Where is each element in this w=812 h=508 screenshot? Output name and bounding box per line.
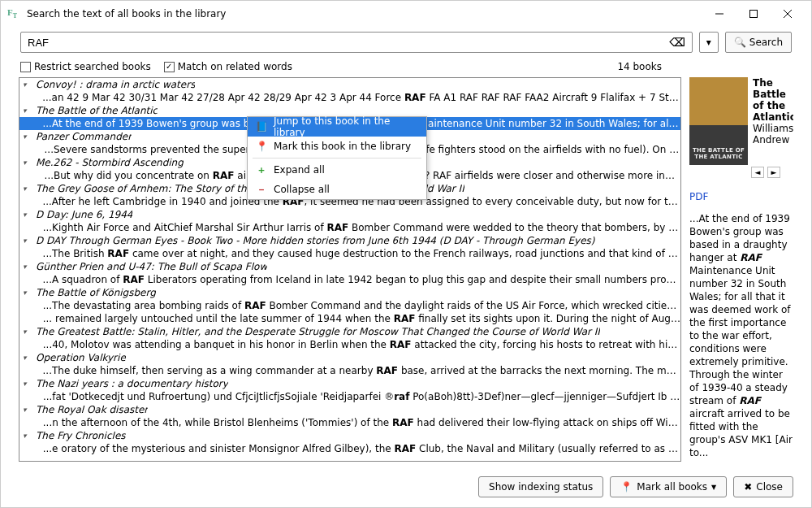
- book-node[interactable]: ▾D DAY Through German Eyes - Book Two - …: [19, 234, 680, 247]
- menu-jump-to-book[interactable]: 📘Jump to this book in the library: [248, 117, 426, 137]
- restrict-label: Restrict searched books: [34, 61, 151, 72]
- minimize-button[interactable]: [702, 2, 736, 25]
- match-label: Match on related words: [178, 61, 292, 72]
- book-node[interactable]: ▾Günther Prien and U-47: The Bull of Sca…: [19, 260, 680, 273]
- book-title: The Battle of the Atlantic: [753, 77, 793, 123]
- match-related-checkbox[interactable]: ✓ Match on related words: [164, 61, 292, 72]
- search-input[interactable]: [24, 35, 666, 50]
- close-button[interactable]: ✖Close: [733, 476, 793, 497]
- twisty-icon[interactable]: ▾: [23, 237, 32, 245]
- checkbox-box: [20, 62, 31, 72]
- pin-icon: 📍: [256, 141, 267, 152]
- titlebar: FT Search the text of all books in the l…: [1, 1, 811, 27]
- book-node[interactable]: ▾The Royal Oak disaster: [19, 403, 680, 416]
- restrict-books-checkbox[interactable]: Restrict searched books: [20, 61, 151, 72]
- twisty-icon[interactable]: ▾: [23, 354, 32, 362]
- search-hit[interactable]: ...A squadron of RAF Liberators operatin…: [19, 273, 680, 286]
- plus-icon: ＋: [256, 163, 267, 177]
- book-node[interactable]: ▾Operation Valkyrie: [19, 351, 680, 364]
- search-button[interactable]: 🔍Search: [725, 32, 792, 53]
- book-author: Williams, Andrew: [753, 123, 793, 145]
- search-hit[interactable]: ...fat 'Dotkecedjt und Rufroertung) und …: [19, 390, 680, 403]
- search-hit[interactable]: ...The British RAF came over at night, a…: [19, 247, 680, 260]
- book-node[interactable]: ▾D Day: June 6, 1944: [19, 208, 680, 221]
- prev-result-button[interactable]: ◄: [751, 167, 764, 178]
- pin-icon: 📍: [620, 481, 633, 493]
- twisty-icon[interactable]: ▾: [23, 211, 32, 219]
- twisty-icon[interactable]: ▾: [23, 328, 32, 336]
- search-icon: 🔍: [734, 37, 746, 48]
- menu-mark-book[interactable]: 📍Mark this book in the library: [248, 137, 426, 156]
- menu-expand-all[interactable]: ＋Expand all: [248, 160, 426, 180]
- menu-collapse-all[interactable]: －Collapse all: [248, 180, 426, 199]
- search-hit[interactable]: ... remained largely untouched until the…: [19, 312, 680, 325]
- twisty-icon[interactable]: ▾: [23, 80, 32, 89]
- mark-all-books-button[interactable]: 📍Mark all books▼: [610, 476, 727, 497]
- results-panel: ▾Convoy! : drama in arctic waters...an 4…: [19, 77, 681, 462]
- book-node[interactable]: ▾The Nazi years : a documentary history: [19, 377, 680, 390]
- twisty-icon[interactable]: ▾: [23, 185, 32, 193]
- twisty-icon[interactable]: ▾: [23, 380, 32, 388]
- book-node[interactable]: ▾The Greatest Battle: Stalin, Hitler, an…: [19, 325, 680, 338]
- book-node[interactable]: ▾The Fry Chronicles: [19, 429, 680, 442]
- search-input-wrapper[interactable]: ⌫: [20, 32, 693, 53]
- svg-rect-1: [750, 11, 758, 18]
- show-indexing-status-button[interactable]: Show indexing status: [478, 476, 603, 497]
- search-hit[interactable]: ...The duke himself, then serving as a w…: [19, 364, 680, 377]
- book-node[interactable]: ▾The Battle of Königsberg: [19, 286, 680, 299]
- close-icon: ✖: [744, 481, 752, 493]
- twisty-icon[interactable]: ▾: [23, 132, 32, 141]
- minus-icon: －: [256, 183, 267, 197]
- search-hit[interactable]: ...40, Molotov was attending a banquet i…: [19, 338, 680, 351]
- twisty-icon[interactable]: ▾: [23, 158, 32, 167]
- next-result-button[interactable]: ►: [767, 167, 780, 178]
- book-node[interactable]: ▾Convoy! : drama in arctic waters: [19, 78, 680, 91]
- window-title: Search the text of all books in the libr…: [27, 8, 702, 20]
- clear-search-icon[interactable]: ⌫: [666, 36, 689, 49]
- book-icon: 📘: [256, 121, 267, 132]
- twisty-icon[interactable]: ▾: [23, 406, 32, 414]
- search-hit[interactable]: ...n the afternoon of the 4th, while Bri…: [19, 416, 680, 429]
- search-hit[interactable]: ...e oratory of the mysterious and sinis…: [19, 442, 680, 455]
- search-history-dropdown[interactable]: ▾: [699, 32, 719, 53]
- book-meta: The Battle of the Atlantic Williams, And…: [753, 77, 793, 165]
- book-cover: [689, 77, 748, 165]
- result-count: 14 books: [617, 61, 662, 72]
- twisty-icon[interactable]: ▾: [23, 106, 32, 115]
- twisty-icon[interactable]: ▾: [23, 432, 32, 440]
- chevron-down-icon: ▼: [711, 484, 716, 491]
- context-menu: 📘Jump to this book in the library 📍Mark …: [247, 116, 427, 200]
- maximize-button[interactable]: [736, 2, 771, 25]
- search-hit[interactable]: ...The devastating area bombing raids of…: [19, 299, 680, 312]
- format-link[interactable]: PDF: [689, 191, 793, 202]
- checkbox-box: ✓: [164, 62, 175, 72]
- twisty-icon[interactable]: ▾: [23, 263, 32, 271]
- app-icon: FT: [7, 7, 20, 20]
- twisty-icon[interactable]: ▾: [23, 289, 32, 297]
- close-window-button[interactable]: [771, 2, 805, 25]
- search-hit[interactable]: ...Kighth Air Force and AitChief Marshal…: [19, 221, 680, 234]
- search-hit[interactable]: ...an 42 9 Mar 42 30/31 Mar 42 27/28 Apr…: [19, 91, 680, 104]
- excerpt-text: ...At the end of 1939 Bowen's group was …: [689, 212, 793, 459]
